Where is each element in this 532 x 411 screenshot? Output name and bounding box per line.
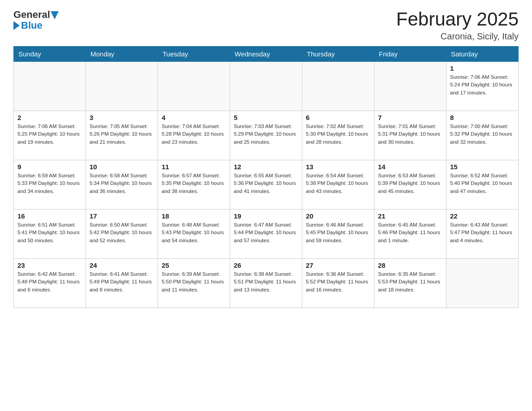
- day-info: Sunrise: 6:43 AM Sunset: 5:47 PM Dayligh…: [450, 221, 515, 244]
- calendar-day-cell: 14Sunrise: 6:53 AM Sunset: 5:39 PM Dayli…: [374, 160, 446, 210]
- calendar-day-cell: 27Sunrise: 6:36 AM Sunset: 5:52 PM Dayli…: [302, 259, 374, 308]
- day-number: 3: [90, 114, 154, 121]
- calendar-day-cell: 20Sunrise: 6:46 AM Sunset: 5:45 PM Dayli…: [302, 210, 374, 259]
- svg-marker-1: [13, 21, 20, 30]
- day-number: 21: [378, 212, 442, 220]
- day-number: 22: [450, 212, 515, 220]
- calendar-day-cell: 16Sunrise: 6:51 AM Sunset: 5:41 PM Dayli…: [14, 210, 86, 259]
- day-info: Sunrise: 6:45 AM Sunset: 5:46 PM Dayligh…: [378, 221, 442, 244]
- day-info: Sunrise: 7:06 AM Sunset: 5:25 PM Dayligh…: [17, 123, 82, 146]
- day-number: 17: [90, 212, 154, 220]
- day-number: 20: [306, 212, 370, 220]
- day-info: Sunrise: 6:36 AM Sunset: 5:52 PM Dayligh…: [306, 270, 370, 294]
- calendar-day-cell: [14, 62, 86, 111]
- calendar-day-cell: [230, 62, 302, 111]
- calendar-day-cell: 25Sunrise: 6:39 AM Sunset: 5:50 PM Dayli…: [158, 259, 230, 308]
- day-of-week-header: Saturday: [446, 47, 519, 62]
- calendar-subtitle: Caronia, Sicily, Italy: [396, 31, 519, 42]
- calendar-day-cell: 2Sunrise: 7:06 AM Sunset: 5:25 PM Daylig…: [14, 111, 86, 160]
- calendar-week-row: 9Sunrise: 6:59 AM Sunset: 5:33 PM Daylig…: [14, 160, 519, 210]
- calendar-title: February 2025: [396, 9, 519, 30]
- calendar-day-cell: [86, 62, 158, 111]
- day-info: Sunrise: 6:53 AM Sunset: 5:39 PM Dayligh…: [378, 172, 442, 195]
- calendar-week-row: 1Sunrise: 7:06 AM Sunset: 5:24 PM Daylig…: [14, 62, 519, 111]
- day-info: Sunrise: 7:05 AM Sunset: 5:26 PM Dayligh…: [90, 123, 154, 146]
- calendar-day-cell: 26Sunrise: 6:38 AM Sunset: 5:51 PM Dayli…: [230, 259, 302, 308]
- calendar-day-cell: 10Sunrise: 6:58 AM Sunset: 5:34 PM Dayli…: [86, 160, 158, 210]
- day-info: Sunrise: 6:38 AM Sunset: 5:51 PM Dayligh…: [234, 270, 298, 294]
- calendar-day-cell: 19Sunrise: 6:47 AM Sunset: 5:44 PM Dayli…: [230, 210, 302, 259]
- day-number: 4: [162, 114, 226, 121]
- day-of-week-header: Friday: [374, 47, 446, 62]
- calendar-day-cell: 28Sunrise: 6:35 AM Sunset: 5:53 PM Dayli…: [374, 259, 446, 308]
- day-info: Sunrise: 6:59 AM Sunset: 5:33 PM Dayligh…: [17, 172, 82, 195]
- calendar-day-cell: 6Sunrise: 7:02 AM Sunset: 5:30 PM Daylig…: [302, 111, 374, 160]
- calendar-day-cell: [158, 62, 230, 111]
- day-info: Sunrise: 7:01 AM Sunset: 5:31 PM Dayligh…: [378, 123, 442, 146]
- calendar-week-row: 16Sunrise: 6:51 AM Sunset: 5:41 PM Dayli…: [14, 210, 519, 259]
- day-number: 28: [378, 261, 442, 269]
- day-of-week-header: Tuesday: [158, 47, 230, 62]
- calendar-day-cell: 17Sunrise: 6:50 AM Sunset: 5:42 PM Dayli…: [86, 210, 158, 259]
- day-info: Sunrise: 6:54 AM Sunset: 5:38 PM Dayligh…: [306, 172, 370, 195]
- day-number: 26: [234, 261, 298, 269]
- logo: General Blue: [13, 9, 59, 31]
- day-info: Sunrise: 6:42 AM Sunset: 5:48 PM Dayligh…: [17, 270, 82, 294]
- day-number: 23: [17, 261, 82, 269]
- day-number: 13: [306, 163, 370, 171]
- page-header: General Blue February 2025 Caronia, Sici…: [13, 9, 519, 42]
- calendar-day-cell: 5Sunrise: 7:03 AM Sunset: 5:29 PM Daylig…: [230, 111, 302, 160]
- day-of-week-header: Monday: [86, 47, 158, 62]
- calendar-header-row: SundayMondayTuesdayWednesdayThursdayFrid…: [14, 47, 519, 62]
- day-number: 8: [450, 114, 515, 121]
- calendar-day-cell: [302, 62, 374, 111]
- calendar-day-cell: 1Sunrise: 7:06 AM Sunset: 5:24 PM Daylig…: [446, 62, 519, 111]
- day-info: Sunrise: 6:39 AM Sunset: 5:50 PM Dayligh…: [162, 270, 226, 294]
- calendar-day-cell: [374, 62, 446, 111]
- day-number: 14: [378, 163, 442, 171]
- calendar-day-cell: 8Sunrise: 7:00 AM Sunset: 5:32 PM Daylig…: [446, 111, 519, 160]
- calendar-day-cell: 18Sunrise: 6:48 AM Sunset: 5:43 PM Dayli…: [158, 210, 230, 259]
- calendar-table: SundayMondayTuesdayWednesdayThursdayFrid…: [13, 46, 519, 308]
- day-info: Sunrise: 7:02 AM Sunset: 5:30 PM Dayligh…: [306, 123, 370, 146]
- calendar-week-row: 23Sunrise: 6:42 AM Sunset: 5:48 PM Dayli…: [14, 259, 519, 308]
- day-number: 10: [90, 163, 154, 171]
- day-info: Sunrise: 6:51 AM Sunset: 5:41 PM Dayligh…: [17, 221, 82, 244]
- day-info: Sunrise: 6:47 AM Sunset: 5:44 PM Dayligh…: [234, 221, 298, 244]
- day-info: Sunrise: 6:41 AM Sunset: 5:49 PM Dayligh…: [90, 270, 154, 294]
- day-info: Sunrise: 6:35 AM Sunset: 5:53 PM Dayligh…: [378, 270, 442, 294]
- day-number: 11: [162, 163, 226, 171]
- day-info: Sunrise: 6:55 AM Sunset: 5:36 PM Dayligh…: [234, 172, 298, 195]
- calendar-day-cell: 24Sunrise: 6:41 AM Sunset: 5:49 PM Dayli…: [86, 259, 158, 308]
- calendar-day-cell: 15Sunrise: 6:52 AM Sunset: 5:40 PM Dayli…: [446, 160, 519, 210]
- day-number: 16: [17, 212, 82, 220]
- calendar-day-cell: 12Sunrise: 6:55 AM Sunset: 5:36 PM Dayli…: [230, 160, 302, 210]
- calendar-day-cell: [446, 259, 519, 308]
- calendar-day-cell: 21Sunrise: 6:45 AM Sunset: 5:46 PM Dayli…: [374, 210, 446, 259]
- day-of-week-header: Sunday: [14, 47, 86, 62]
- day-info: Sunrise: 6:58 AM Sunset: 5:34 PM Dayligh…: [90, 172, 154, 195]
- calendar-day-cell: 3Sunrise: 7:05 AM Sunset: 5:26 PM Daylig…: [86, 111, 158, 160]
- day-number: 15: [450, 163, 515, 171]
- day-number: 6: [306, 114, 370, 121]
- logo-general-text: General: [13, 9, 50, 21]
- day-number: 2: [17, 114, 82, 121]
- day-of-week-header: Thursday: [302, 47, 374, 62]
- logo-arrow-icon: [13, 21, 20, 30]
- calendar-day-cell: 9Sunrise: 6:59 AM Sunset: 5:33 PM Daylig…: [14, 160, 86, 210]
- logo-triangle-icon: [51, 11, 59, 19]
- day-info: Sunrise: 7:06 AM Sunset: 5:24 PM Dayligh…: [450, 73, 515, 97]
- day-of-week-header: Wednesday: [230, 47, 302, 62]
- calendar-day-cell: 22Sunrise: 6:43 AM Sunset: 5:47 PM Dayli…: [446, 210, 519, 259]
- day-number: 12: [234, 163, 298, 171]
- day-info: Sunrise: 6:46 AM Sunset: 5:45 PM Dayligh…: [306, 221, 370, 244]
- day-number: 7: [378, 114, 442, 121]
- day-info: Sunrise: 6:48 AM Sunset: 5:43 PM Dayligh…: [162, 221, 226, 244]
- day-info: Sunrise: 7:03 AM Sunset: 5:29 PM Dayligh…: [234, 123, 298, 146]
- logo-blue-text: Blue: [21, 20, 43, 31]
- day-number: 24: [90, 261, 154, 269]
- calendar-day-cell: 13Sunrise: 6:54 AM Sunset: 5:38 PM Dayli…: [302, 160, 374, 210]
- calendar-day-cell: 23Sunrise: 6:42 AM Sunset: 5:48 PM Dayli…: [14, 259, 86, 308]
- calendar-week-row: 2Sunrise: 7:06 AM Sunset: 5:25 PM Daylig…: [14, 111, 519, 160]
- title-area: February 2025 Caronia, Sicily, Italy: [396, 9, 519, 42]
